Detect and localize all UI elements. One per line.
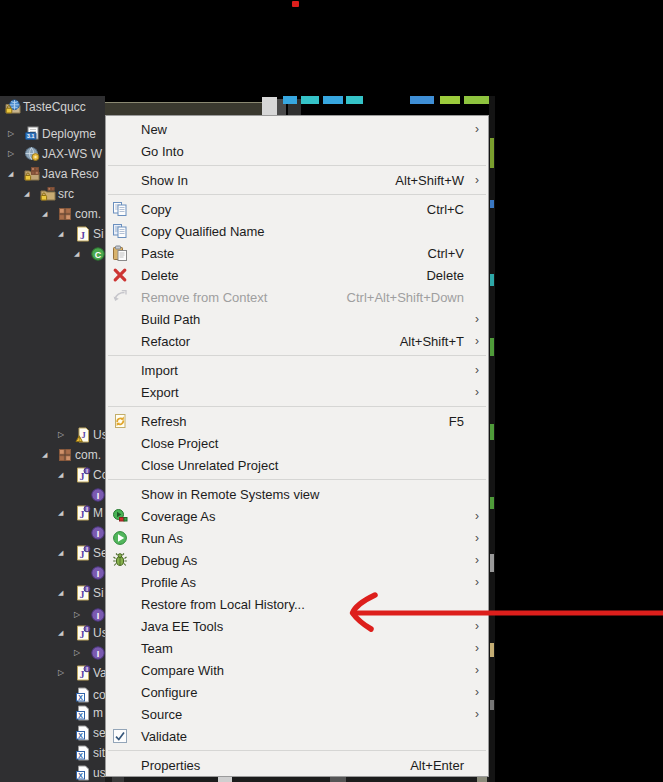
editor-text-fragment [464, 96, 489, 104]
tree-collapse-arrow-icon[interactable]: ◢ [42, 451, 47, 459]
tree-item-item[interactable]: ▷I [0, 643, 105, 663]
tree-item-label: TasteCqucc [23, 100, 86, 114]
tree-item-com[interactable]: ◢com. [0, 445, 105, 465]
tree-item-se[interactable]: ◢JISe [0, 543, 105, 563]
tree-item-java-reso[interactable]: ◢Java Reso [0, 164, 105, 184]
menu-item-run-as[interactable]: Run As› [106, 527, 488, 549]
menu-icon-spacer [112, 435, 132, 451]
tree-item-us[interactable]: Xus [0, 763, 105, 782]
tree-item-va[interactable]: ▷JIVa [0, 663, 105, 683]
tree-item-label: M [93, 506, 103, 520]
tree-collapse-arrow-icon[interactable]: ◢ [58, 471, 63, 479]
menu-icon-spacer [112, 662, 132, 678]
tree-item-src[interactable]: ◢src [0, 184, 105, 204]
tree-collapse-arrow-icon[interactable]: ◢ [74, 250, 79, 258]
tree-expand-arrow-icon[interactable]: ▷ [8, 130, 14, 138]
tree-item-m[interactable]: Xm [0, 703, 105, 723]
menu-item-label: Go Into [141, 144, 472, 159]
status-fragment [477, 777, 487, 782]
menu-item-show-in[interactable]: Show InAlt+Shift+W› [106, 169, 488, 191]
xml-file-icon: X [75, 687, 91, 703]
menu-item-label: Team [141, 641, 472, 656]
menu-item-properties[interactable]: PropertiesAlt+Enter [106, 754, 488, 776]
menu-item-label: Import [141, 363, 472, 378]
tree-item-m[interactable]: ◢JIM [0, 503, 105, 523]
menu-item-label: Show in Remote Systems view [141, 487, 472, 502]
menu-item-label: Configure [141, 685, 472, 700]
menu-item-profile-as[interactable]: Profile As› [106, 571, 488, 593]
menu-item-refresh[interactable]: RefreshF5 [106, 410, 488, 432]
svg-text:J: J [80, 669, 85, 680]
tree-collapse-arrow-icon[interactable]: ◢ [58, 230, 63, 238]
tree-item-si[interactable]: ◢JSi [0, 224, 105, 244]
coverage-icon [112, 508, 132, 524]
menu-item-paste[interactable]: PasteCtrl+V [106, 242, 488, 264]
tree-item-co[interactable]: Xco [0, 685, 105, 705]
tree-item-item[interactable]: ◢C [0, 244, 105, 264]
red-dot [292, 1, 299, 7]
menu-item-export[interactable]: Export› [106, 381, 488, 403]
menu-item-delete[interactable]: DeleteDelete [106, 264, 488, 286]
menu-item-shortcut: Alt+Shift+T [400, 334, 464, 349]
menu-item-copy-qualified-name[interactable]: Copy Qualified Name [106, 220, 488, 242]
tree-item-com[interactable]: ◢com. [0, 204, 105, 224]
tree-item-item[interactable]: I [0, 563, 105, 583]
menu-item-new[interactable]: New› [106, 118, 488, 140]
menu-item-close-unrelated-project[interactable]: Close Unrelated Project [106, 454, 488, 476]
menu-item-refactor[interactable]: RefactorAlt+Shift+T› [106, 330, 488, 352]
menu-item-validate[interactable]: Validate [106, 725, 488, 747]
tree-item-sit[interactable]: Xsit [0, 743, 105, 763]
menu-item-show-in-remote-systems-view[interactable]: Show in Remote Systems view [106, 483, 488, 505]
tree-expand-arrow-icon[interactable]: ▷ [74, 611, 80, 619]
java-file-interface-icon: JI [75, 585, 91, 601]
tree-item-label: se [93, 726, 105, 740]
jaxws-web-services-icon [24, 146, 40, 162]
menu-item-configure[interactable]: Configure› [106, 681, 488, 703]
tree-collapse-arrow-icon[interactable]: ◢ [58, 589, 63, 597]
java-file-interface-icon: JI [75, 665, 91, 681]
tree-collapse-arrow-icon[interactable]: ◢ [58, 549, 63, 557]
menu-item-import[interactable]: Import› [106, 359, 488, 381]
tree-item-item[interactable]: I [0, 523, 105, 543]
menu-item-debug-as[interactable]: Debug As› [106, 549, 488, 571]
tree-item-se[interactable]: Xse [0, 723, 105, 743]
tree-collapse-arrow-icon[interactable]: ◢ [58, 509, 63, 517]
menu-item-java-ee-tools[interactable]: Java EE Tools› [106, 615, 488, 637]
class-icon: C [90, 246, 105, 262]
tree-expand-arrow-icon[interactable]: ▷ [58, 431, 64, 439]
menu-separator [106, 403, 488, 410]
tree-collapse-arrow-icon[interactable]: ◢ [42, 210, 47, 218]
tree-item-label: Se [93, 546, 105, 560]
menu-item-close-project[interactable]: Close Project [106, 432, 488, 454]
tree-item-item[interactable]: ▷I [0, 605, 105, 625]
menu-item-team[interactable]: Team› [106, 637, 488, 659]
menu-item-compare-with[interactable]: Compare With› [106, 659, 488, 681]
tree-expand-arrow-icon[interactable]: ▷ [74, 649, 80, 657]
menu-item-coverage-as[interactable]: Coverage As› [106, 505, 488, 527]
menu-item-shortcut: Ctrl+V [428, 246, 464, 261]
tree-expand-arrow-icon[interactable]: ▷ [58, 669, 64, 677]
tree-collapse-arrow-icon[interactable]: ◢ [8, 170, 13, 178]
menu-item-source[interactable]: Source› [106, 703, 488, 725]
menu-item-label: Run As [141, 531, 472, 546]
tree-collapse-arrow-icon[interactable]: ◢ [24, 190, 29, 198]
tree-collapse-arrow-icon[interactable]: ◢ [58, 629, 63, 637]
tree-item-us[interactable]: ▷J!Us [0, 425, 105, 445]
menu-icon-spacer [112, 618, 132, 634]
tree-expand-arrow-icon[interactable]: ▷ [8, 150, 14, 158]
menu-item-go-into[interactable]: Go Into [106, 140, 488, 162]
tree-item-jax-ws-w[interactable]: ▷JAX-WS W [0, 144, 105, 164]
tree-item-us[interactable]: ◢JIUs [0, 623, 105, 643]
tree-item-item[interactable]: I [0, 485, 105, 505]
tree-item-tastecqucc[interactable]: TasteCqucc [0, 97, 105, 117]
menu-item-build-path[interactable]: Build Path› [106, 308, 488, 330]
tree-item-deployme[interactable]: ▷3.1Deployme [0, 124, 105, 144]
tree-item-si[interactable]: ◢JISi [0, 583, 105, 603]
tree-item-co[interactable]: ◢JICo [0, 465, 105, 485]
menu-item-copy[interactable]: CopyCtrl+C [106, 198, 488, 220]
menu-icon-spacer [112, 757, 132, 773]
menu-item-shortcut: Delete [426, 268, 464, 283]
menu-item-remove-from-context[interactable]: Remove from ContextCtrl+Alt+Shift+Down [106, 286, 488, 308]
menu-separator [106, 162, 488, 169]
menu-item-restore-from-local-history[interactable]: Restore from Local History... [106, 593, 488, 615]
